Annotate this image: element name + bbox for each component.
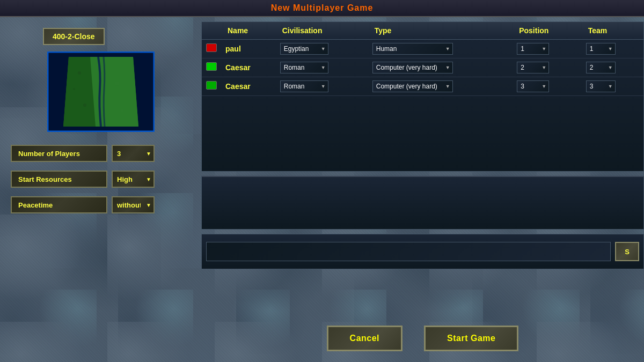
player-name: paul — [225, 45, 241, 53]
chat-area — [201, 176, 644, 230]
start-resources-select-wrapper[interactable]: Low Medium High Very High — [112, 171, 155, 188]
color-header — [202, 22, 221, 40]
start-game-button[interactable]: Start Game — [424, 326, 518, 351]
table-row: CaesarEgyptianRomanGreekPersianBabylonia… — [202, 58, 643, 77]
team-header: Team — [582, 22, 643, 40]
player-team-cell[interactable]: 12345678 — [582, 40, 643, 58]
type-select[interactable]: HumanComputer (easy)Computer (medium)Com… — [372, 62, 453, 73]
window-title: New Multiplayer Game — [271, 3, 374, 13]
position-select-wrapper[interactable]: 12345678 — [517, 80, 549, 92]
buttons-area: Cancel Start Game — [201, 326, 644, 351]
player-table-area: Name Civilisation Type Position Team pau… — [201, 21, 644, 172]
civilisation-select-wrapper[interactable]: EgyptianRomanGreekPersianBabylonian — [280, 43, 328, 55]
player-team-cell[interactable]: 12345678 — [582, 58, 643, 77]
svg-point-8 — [73, 88, 75, 90]
team-select-wrapper[interactable]: 12345678 — [586, 62, 616, 73]
table-row: paulEgyptianRomanGreekPersianBabylonianH… — [202, 40, 643, 58]
team-select[interactable]: 12345678 — [586, 80, 616, 92]
player-name: Caesar — [225, 82, 251, 91]
left-panel: 400-2-Close Number of Players — [0, 17, 201, 362]
table-row: CaesarEgyptianRomanGreekPersianBabylonia… — [202, 77, 643, 96]
type-select-wrapper[interactable]: HumanComputer (easy)Computer (medium)Com… — [372, 62, 453, 73]
start-resources-label: Start Resources — [11, 171, 107, 188]
send-button[interactable]: S — [615, 242, 639, 261]
position-header: Position — [513, 22, 582, 40]
player-color-indicator — [206, 43, 217, 52]
civilisation-header: Civilisation — [276, 22, 368, 40]
svg-marker-3 — [90, 57, 138, 127]
start-resources-row: Start Resources Low Medium High Very Hig… — [11, 171, 191, 188]
position-select-wrapper[interactable]: 12345678 — [517, 43, 549, 55]
input-area: S — [201, 234, 644, 269]
num-players-select[interactable]: 2 3 4 5 6 7 8 — [112, 145, 155, 162]
player-color-indicator — [206, 81, 217, 90]
player-civilisation-cell[interactable]: EgyptianRomanGreekPersianBabylonian — [276, 58, 368, 77]
player-color-cell — [202, 40, 221, 58]
type-select[interactable]: HumanComputer (easy)Computer (medium)Com… — [372, 80, 453, 92]
svg-point-4 — [78, 71, 81, 75]
type-select[interactable]: HumanComputer (easy)Computer (medium)Com… — [372, 43, 453, 55]
peacetime-select-wrapper[interactable]: without 5 min 10 min 30 min — [112, 196, 155, 213]
player-color-cell — [202, 77, 221, 96]
civilisation-select[interactable]: EgyptianRomanGreekPersianBabylonian — [280, 62, 328, 73]
name-header: Name — [221, 22, 276, 40]
player-type-cell[interactable]: HumanComputer (easy)Computer (medium)Com… — [368, 40, 513, 58]
player-type-cell[interactable]: HumanComputer (easy)Computer (medium)Com… — [368, 77, 513, 96]
map-name-label: 400-2-Close — [43, 28, 105, 45]
type-select-wrapper[interactable]: HumanComputer (easy)Computer (medium)Com… — [372, 43, 453, 55]
cancel-button[interactable]: Cancel — [327, 326, 402, 351]
position-select[interactable]: 12345678 — [517, 43, 549, 55]
player-civilisation-cell[interactable]: EgyptianRomanGreekPersianBabylonian — [276, 40, 368, 58]
player-position-cell[interactable]: 12345678 — [513, 40, 582, 58]
player-civilisation-cell[interactable]: EgyptianRomanGreekPersianBabylonian — [276, 77, 368, 96]
player-team-cell[interactable]: 12345678 — [582, 77, 643, 96]
svg-point-7 — [121, 109, 124, 112]
peacetime-row: Peacetime without 5 min 10 min 30 min — [11, 196, 191, 213]
civilisation-select[interactable]: EgyptianRomanGreekPersianBabylonian — [280, 43, 328, 55]
table-header-row: Name Civilisation Type Position Team — [202, 22, 643, 40]
position-select[interactable]: 12345678 — [517, 62, 549, 73]
svg-point-6 — [83, 104, 86, 107]
map-preview — [47, 51, 155, 132]
civilisation-select-wrapper[interactable]: EgyptianRomanGreekPersianBabylonian — [280, 80, 328, 92]
team-select-wrapper[interactable]: 12345678 — [586, 80, 616, 92]
type-header: Type — [368, 22, 513, 40]
player-name-cell: Caesar — [221, 58, 276, 77]
player-position-cell[interactable]: 12345678 — [513, 77, 582, 96]
start-resources-select[interactable]: Low Medium High Very High — [112, 171, 155, 188]
top-bar: New Multiplayer Game — [0, 0, 644, 17]
team-select[interactable]: 12345678 — [586, 62, 616, 73]
position-select-wrapper[interactable]: 12345678 — [517, 62, 549, 73]
player-name-cell: paul — [221, 40, 276, 58]
team-select-wrapper[interactable]: 12345678 — [586, 43, 616, 55]
player-position-cell[interactable]: 12345678 — [513, 58, 582, 77]
right-panel: Name Civilisation Type Position Team pau… — [201, 17, 644, 362]
chat-input[interactable] — [206, 242, 611, 261]
num-players-row: Number of Players 2 3 4 5 6 7 8 — [11, 145, 191, 162]
team-select[interactable]: 12345678 — [586, 43, 616, 55]
civilisation-select-wrapper[interactable]: EgyptianRomanGreekPersianBabylonian — [280, 62, 328, 73]
peacetime-select[interactable]: without 5 min 10 min 30 min — [112, 196, 155, 213]
player-color-indicator — [206, 62, 217, 71]
num-players-label: Number of Players — [11, 145, 107, 162]
player-type-cell[interactable]: HumanComputer (easy)Computer (medium)Com… — [368, 58, 513, 77]
type-select-wrapper[interactable]: HumanComputer (easy)Computer (medium)Com… — [372, 80, 453, 92]
svg-point-5 — [115, 82, 119, 86]
num-players-select-wrapper[interactable]: 2 3 4 5 6 7 8 — [112, 145, 155, 162]
player-name: Caesar — [225, 63, 251, 72]
player-table: Name Civilisation Type Position Team pau… — [202, 22, 643, 96]
civilisation-select[interactable]: EgyptianRomanGreekPersianBabylonian — [280, 80, 328, 92]
peacetime-label: Peacetime — [11, 196, 107, 213]
player-color-cell — [202, 58, 221, 77]
player-name-cell: Caesar — [221, 77, 276, 96]
position-select[interactable]: 12345678 — [517, 80, 549, 92]
